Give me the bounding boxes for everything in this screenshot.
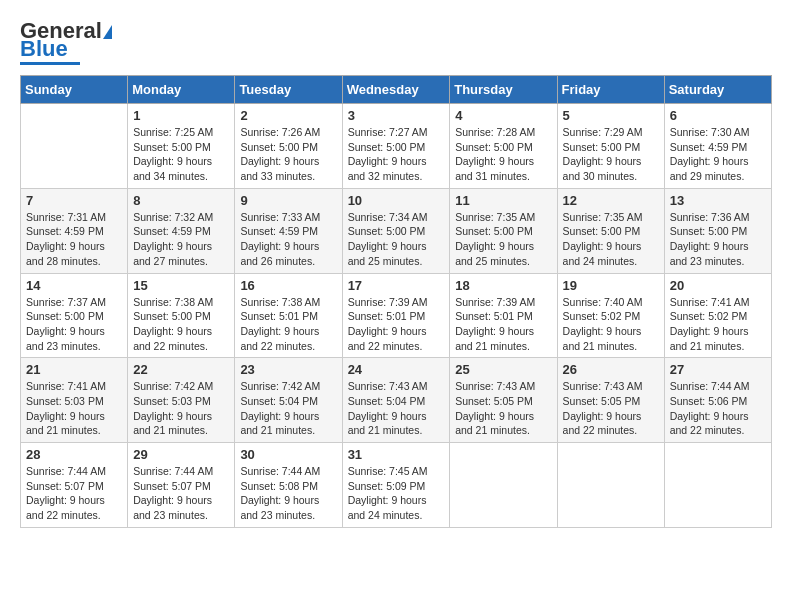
calendar-cell (450, 443, 557, 528)
day-info: Sunrise: 7:44 AM Sunset: 5:08 PM Dayligh… (240, 464, 336, 523)
day-number: 15 (133, 278, 229, 293)
day-number: 7 (26, 193, 122, 208)
day-number: 4 (455, 108, 551, 123)
weekday-header-row: SundayMondayTuesdayWednesdayThursdayFrid… (21, 76, 772, 104)
weekday-saturday: Saturday (664, 76, 771, 104)
day-info: Sunrise: 7:33 AM Sunset: 4:59 PM Dayligh… (240, 210, 336, 269)
calendar-cell: 6Sunrise: 7:30 AM Sunset: 4:59 PM Daylig… (664, 104, 771, 189)
day-info: Sunrise: 7:43 AM Sunset: 5:04 PM Dayligh… (348, 379, 445, 438)
day-number: 10 (348, 193, 445, 208)
calendar-cell: 8Sunrise: 7:32 AM Sunset: 4:59 PM Daylig… (128, 188, 235, 273)
calendar-cell: 3Sunrise: 7:27 AM Sunset: 5:00 PM Daylig… (342, 104, 450, 189)
calendar-cell: 27Sunrise: 7:44 AM Sunset: 5:06 PM Dayli… (664, 358, 771, 443)
week-row-2: 7Sunrise: 7:31 AM Sunset: 4:59 PM Daylig… (21, 188, 772, 273)
day-info: Sunrise: 7:38 AM Sunset: 5:01 PM Dayligh… (240, 295, 336, 354)
day-info: Sunrise: 7:36 AM Sunset: 5:00 PM Dayligh… (670, 210, 766, 269)
calendar-cell: 21Sunrise: 7:41 AM Sunset: 5:03 PM Dayli… (21, 358, 128, 443)
calendar-cell: 10Sunrise: 7:34 AM Sunset: 5:00 PM Dayli… (342, 188, 450, 273)
day-number: 2 (240, 108, 336, 123)
day-info: Sunrise: 7:34 AM Sunset: 5:00 PM Dayligh… (348, 210, 445, 269)
day-info: Sunrise: 7:32 AM Sunset: 4:59 PM Dayligh… (133, 210, 229, 269)
calendar-cell (557, 443, 664, 528)
calendar-cell: 23Sunrise: 7:42 AM Sunset: 5:04 PM Dayli… (235, 358, 342, 443)
day-info: Sunrise: 7:30 AM Sunset: 4:59 PM Dayligh… (670, 125, 766, 184)
day-number: 31 (348, 447, 445, 462)
day-number: 21 (26, 362, 122, 377)
day-info: Sunrise: 7:44 AM Sunset: 5:06 PM Dayligh… (670, 379, 766, 438)
day-number: 9 (240, 193, 336, 208)
day-number: 1 (133, 108, 229, 123)
day-number: 19 (563, 278, 659, 293)
day-number: 24 (348, 362, 445, 377)
calendar-table: SundayMondayTuesdayWednesdayThursdayFrid… (20, 75, 772, 528)
day-number: 20 (670, 278, 766, 293)
day-number: 14 (26, 278, 122, 293)
calendar-cell: 30Sunrise: 7:44 AM Sunset: 5:08 PM Dayli… (235, 443, 342, 528)
day-number: 26 (563, 362, 659, 377)
calendar-cell: 4Sunrise: 7:28 AM Sunset: 5:00 PM Daylig… (450, 104, 557, 189)
day-info: Sunrise: 7:40 AM Sunset: 5:02 PM Dayligh… (563, 295, 659, 354)
weekday-thursday: Thursday (450, 76, 557, 104)
page-header: General Blue (20, 20, 772, 65)
day-info: Sunrise: 7:41 AM Sunset: 5:03 PM Dayligh… (26, 379, 122, 438)
calendar-cell: 28Sunrise: 7:44 AM Sunset: 5:07 PM Dayli… (21, 443, 128, 528)
weekday-monday: Monday (128, 76, 235, 104)
day-number: 29 (133, 447, 229, 462)
calendar-cell: 25Sunrise: 7:43 AM Sunset: 5:05 PM Dayli… (450, 358, 557, 443)
day-number: 28 (26, 447, 122, 462)
calendar-cell: 29Sunrise: 7:44 AM Sunset: 5:07 PM Dayli… (128, 443, 235, 528)
calendar-cell: 13Sunrise: 7:36 AM Sunset: 5:00 PM Dayli… (664, 188, 771, 273)
day-number: 23 (240, 362, 336, 377)
calendar-cell: 19Sunrise: 7:40 AM Sunset: 5:02 PM Dayli… (557, 273, 664, 358)
week-row-3: 14Sunrise: 7:37 AM Sunset: 5:00 PM Dayli… (21, 273, 772, 358)
calendar-cell: 22Sunrise: 7:42 AM Sunset: 5:03 PM Dayli… (128, 358, 235, 443)
day-info: Sunrise: 7:35 AM Sunset: 5:00 PM Dayligh… (563, 210, 659, 269)
calendar-cell: 14Sunrise: 7:37 AM Sunset: 5:00 PM Dayli… (21, 273, 128, 358)
day-info: Sunrise: 7:39 AM Sunset: 5:01 PM Dayligh… (455, 295, 551, 354)
calendar-cell: 26Sunrise: 7:43 AM Sunset: 5:05 PM Dayli… (557, 358, 664, 443)
day-info: Sunrise: 7:25 AM Sunset: 5:00 PM Dayligh… (133, 125, 229, 184)
day-info: Sunrise: 7:27 AM Sunset: 5:00 PM Dayligh… (348, 125, 445, 184)
day-number: 12 (563, 193, 659, 208)
calendar-cell: 31Sunrise: 7:45 AM Sunset: 5:09 PM Dayli… (342, 443, 450, 528)
calendar-cell: 5Sunrise: 7:29 AM Sunset: 5:00 PM Daylig… (557, 104, 664, 189)
calendar-body: 1Sunrise: 7:25 AM Sunset: 5:00 PM Daylig… (21, 104, 772, 528)
day-info: Sunrise: 7:35 AM Sunset: 5:00 PM Dayligh… (455, 210, 551, 269)
calendar-cell: 2Sunrise: 7:26 AM Sunset: 5:00 PM Daylig… (235, 104, 342, 189)
day-info: Sunrise: 7:44 AM Sunset: 5:07 PM Dayligh… (26, 464, 122, 523)
week-row-5: 28Sunrise: 7:44 AM Sunset: 5:07 PM Dayli… (21, 443, 772, 528)
calendar-cell (21, 104, 128, 189)
calendar-cell (664, 443, 771, 528)
calendar-cell: 20Sunrise: 7:41 AM Sunset: 5:02 PM Dayli… (664, 273, 771, 358)
day-number: 22 (133, 362, 229, 377)
day-number: 17 (348, 278, 445, 293)
day-number: 6 (670, 108, 766, 123)
day-info: Sunrise: 7:31 AM Sunset: 4:59 PM Dayligh… (26, 210, 122, 269)
day-info: Sunrise: 7:29 AM Sunset: 5:00 PM Dayligh… (563, 125, 659, 184)
calendar-cell: 24Sunrise: 7:43 AM Sunset: 5:04 PM Dayli… (342, 358, 450, 443)
day-info: Sunrise: 7:38 AM Sunset: 5:00 PM Dayligh… (133, 295, 229, 354)
day-info: Sunrise: 7:28 AM Sunset: 5:00 PM Dayligh… (455, 125, 551, 184)
day-info: Sunrise: 7:43 AM Sunset: 5:05 PM Dayligh… (455, 379, 551, 438)
week-row-1: 1Sunrise: 7:25 AM Sunset: 5:00 PM Daylig… (21, 104, 772, 189)
day-info: Sunrise: 7:44 AM Sunset: 5:07 PM Dayligh… (133, 464, 229, 523)
day-info: Sunrise: 7:42 AM Sunset: 5:03 PM Dayligh… (133, 379, 229, 438)
weekday-friday: Friday (557, 76, 664, 104)
calendar-cell: 18Sunrise: 7:39 AM Sunset: 5:01 PM Dayli… (450, 273, 557, 358)
calendar-cell: 11Sunrise: 7:35 AM Sunset: 5:00 PM Dayli… (450, 188, 557, 273)
day-info: Sunrise: 7:41 AM Sunset: 5:02 PM Dayligh… (670, 295, 766, 354)
day-info: Sunrise: 7:42 AM Sunset: 5:04 PM Dayligh… (240, 379, 336, 438)
day-number: 27 (670, 362, 766, 377)
day-number: 3 (348, 108, 445, 123)
calendar-cell: 9Sunrise: 7:33 AM Sunset: 4:59 PM Daylig… (235, 188, 342, 273)
day-number: 18 (455, 278, 551, 293)
calendar-cell: 1Sunrise: 7:25 AM Sunset: 5:00 PM Daylig… (128, 104, 235, 189)
day-number: 30 (240, 447, 336, 462)
day-number: 25 (455, 362, 551, 377)
logo: General Blue (20, 20, 114, 65)
calendar-cell: 12Sunrise: 7:35 AM Sunset: 5:00 PM Dayli… (557, 188, 664, 273)
day-info: Sunrise: 7:43 AM Sunset: 5:05 PM Dayligh… (563, 379, 659, 438)
calendar-cell: 7Sunrise: 7:31 AM Sunset: 4:59 PM Daylig… (21, 188, 128, 273)
weekday-wednesday: Wednesday (342, 76, 450, 104)
weekday-tuesday: Tuesday (235, 76, 342, 104)
